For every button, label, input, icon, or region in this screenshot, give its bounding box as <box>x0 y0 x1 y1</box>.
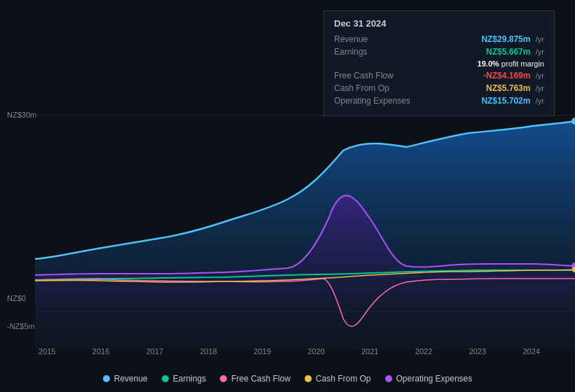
legend-cashfromop[interactable]: Cash From Op <box>305 374 371 384</box>
chart-container: Dec 31 2024 Revenue NZ$29.875m /yr Earni… <box>0 0 575 392</box>
tooltip-row-opex: Operating Expenses NZ$15.702m /yr <box>334 96 544 106</box>
tooltip-title: Dec 31 2024 <box>334 18 544 29</box>
x-label-2015: 2015 <box>39 347 55 356</box>
revenue-label: Revenue <box>334 34 368 44</box>
revenue-dot <box>103 375 110 382</box>
x-label-2019: 2019 <box>254 347 270 356</box>
tooltip-row-revenue: Revenue NZ$29.875m /yr <box>334 34 544 44</box>
opex-dot <box>385 375 392 382</box>
tooltip-box: Dec 31 2024 Revenue NZ$29.875m /yr Earni… <box>324 10 555 116</box>
cashfromop-label: Cash From Op <box>334 83 389 93</box>
x-label-2021: 2021 <box>361 347 378 356</box>
fcf-value: -NZ$4.169m /yr <box>483 71 544 80</box>
tooltip-row-cashfromop: Cash From Op NZ$5.763m /yr <box>334 83 544 93</box>
revenue-legend-label: Revenue <box>114 374 148 384</box>
x-labels: 2015 2016 2017 2018 2019 2020 2021 2022 … <box>0 347 575 356</box>
revenue-value: NZ$29.875m /yr <box>481 34 544 44</box>
x-label-2018: 2018 <box>200 347 216 356</box>
opex-label: Operating Expenses <box>334 96 410 106</box>
legend-earnings[interactable]: Earnings <box>162 374 206 384</box>
cashfromop-dot <box>305 375 312 382</box>
cashfromop-legend-label: Cash From Op <box>316 374 371 384</box>
fcf-legend-label: Free Cash Flow <box>231 374 291 384</box>
x-label-2016: 2016 <box>92 347 109 356</box>
fcf-dot <box>220 375 227 382</box>
legend: Revenue Earnings Free Cash Flow Cash Fro… <box>0 374 575 384</box>
x-label-2020: 2020 <box>307 347 324 356</box>
main-chart <box>0 108 575 350</box>
x-label-2017: 2017 <box>146 347 163 356</box>
x-label-2022: 2022 <box>415 347 432 356</box>
fcf-label: Free Cash Flow <box>334 71 394 80</box>
x-label-2023: 2023 <box>469 347 486 356</box>
opex-value: NZ$15.702m /yr <box>481 96 544 106</box>
profit-margin: 19.0% profit margin <box>478 59 544 68</box>
legend-fcf[interactable]: Free Cash Flow <box>220 374 291 384</box>
tooltip-row-earnings: Earnings NZ$5.667m /yr <box>334 47 544 57</box>
opex-legend-label: Operating Expenses <box>396 374 473 384</box>
legend-revenue[interactable]: Revenue <box>103 374 148 384</box>
tooltip-row-fcf: Free Cash Flow -NZ$4.169m /yr <box>334 71 544 80</box>
legend-opex[interactable]: Operating Expenses <box>385 374 473 384</box>
tooltip-row-margin: 19.0% profit margin <box>334 59 544 68</box>
earnings-dot <box>162 375 169 382</box>
earnings-value: NZ$5.667m /yr <box>486 47 544 57</box>
cashfromop-value: NZ$5.763m /yr <box>486 83 544 93</box>
x-label-2024: 2024 <box>522 347 539 356</box>
earnings-label: Earnings <box>334 47 367 57</box>
earnings-legend-label: Earnings <box>173 374 206 384</box>
